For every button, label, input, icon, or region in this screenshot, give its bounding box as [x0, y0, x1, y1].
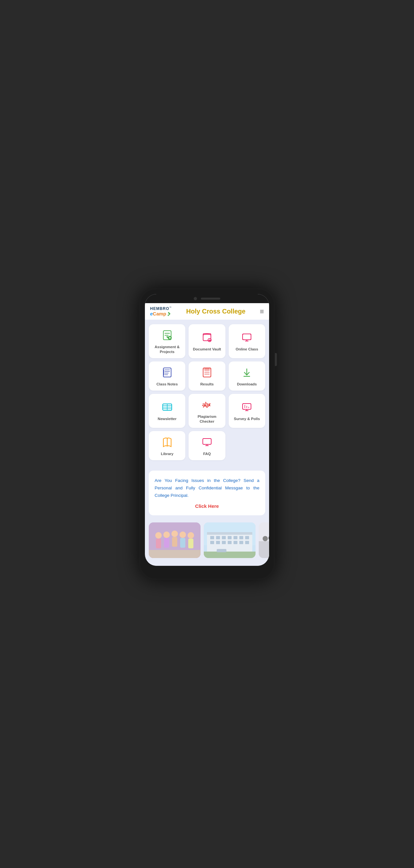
college-name: Holy Cross College [175, 308, 256, 315]
svg-rect-60 [149, 550, 201, 558]
building-image-svg [204, 522, 255, 558]
faq-icon [201, 436, 213, 449]
downloads-icon [241, 367, 252, 379]
side-button [275, 353, 277, 366]
svg-text:abc: abc [202, 401, 211, 407]
pencil-icon [167, 312, 171, 316]
survey-label: Survey & Polls [234, 416, 260, 422]
notch-bar [145, 294, 269, 303]
faq-label: FAQ [203, 452, 211, 456]
menu-item-assignment[interactable]: Assignment &Projects [149, 324, 185, 358]
svg-rect-72 [210, 541, 214, 544]
library-label: Library [161, 452, 173, 456]
menu-item-downloads[interactable]: Downloads [229, 362, 265, 391]
menu-item-online[interactable]: Online Class [229, 324, 265, 358]
svg-rect-68 [228, 536, 232, 539]
phone-screen: HEMBRO™ e Camp Holy Cross College ≡ [145, 294, 269, 566]
svg-point-54 [171, 530, 178, 537]
menu-row-1: Assignment &Projects [149, 324, 265, 358]
svg-rect-70 [239, 536, 243, 539]
notes-icon [162, 367, 173, 379]
assignment-icon [162, 330, 173, 342]
document-label: Document Vault [193, 347, 221, 352]
online-label: Online Class [236, 347, 258, 352]
survey-icon [241, 401, 252, 414]
svg-rect-75 [228, 541, 232, 544]
scroll-content: Assignment &Projects [145, 320, 269, 566]
powered-by-section: Powered By HEMBRO Infotech® [145, 563, 269, 566]
document-icon [201, 332, 213, 344]
menu-item-library[interactable]: Library [149, 431, 185, 460]
menu-row-2: Class Notes [149, 362, 265, 391]
menu-item-document[interactable]: Document Vault [188, 324, 225, 358]
svg-point-52 [163, 531, 170, 538]
svg-rect-74 [222, 541, 226, 544]
info-text: Are You Facing Issues in the College? Se… [154, 477, 260, 499]
people-image-svg [149, 522, 201, 558]
image-carousel[interactable] [145, 518, 269, 563]
svg-rect-77 [239, 541, 243, 544]
hamburger-menu[interactable]: ≡ [260, 307, 264, 316]
menu-item-notes[interactable]: Class Notes [149, 362, 185, 391]
carousel-image-3[interactable] [259, 522, 269, 558]
library-icon [162, 436, 173, 449]
menu-item-faq[interactable]: FAQ [188, 431, 225, 460]
svg-rect-79 [204, 552, 255, 558]
click-here-link[interactable]: Click Here [154, 503, 260, 509]
svg-point-39 [209, 404, 210, 405]
svg-rect-53 [164, 538, 169, 548]
menu-item-results[interactable]: Results [188, 362, 225, 391]
logo-camp-word: Camp [153, 311, 166, 316]
speaker-notch [201, 298, 220, 300]
plagiarism-icon: abc [201, 399, 213, 412]
svg-point-82 [263, 536, 268, 541]
svg-rect-14 [243, 334, 251, 340]
empty-cell [229, 431, 265, 460]
svg-point-58 [187, 532, 194, 538]
svg-rect-69 [234, 536, 237, 539]
downloads-label: Downloads [237, 382, 257, 387]
svg-rect-71 [245, 536, 249, 539]
menu-row-4: Library FAQ [149, 431, 265, 460]
svg-rect-57 [180, 538, 185, 548]
svg-rect-51 [156, 538, 161, 548]
menu-section: Assignment &Projects [145, 320, 269, 468]
carousel-image-2[interactable] [204, 522, 255, 558]
svg-rect-65 [210, 536, 214, 539]
notes-label: Class Notes [157, 382, 178, 387]
svg-rect-76 [234, 541, 237, 544]
svg-rect-64 [207, 532, 252, 535]
carousel-image-1[interactable] [149, 522, 201, 558]
svg-rect-17 [243, 334, 251, 340]
info-card: Are You Facing Issues in the College? Se… [149, 471, 265, 515]
svg-rect-46 [203, 438, 211, 444]
menu-item-plagiarism[interactable]: abc PlagiarismChecker [188, 394, 225, 428]
svg-rect-73 [216, 541, 220, 544]
svg-rect-67 [222, 536, 226, 539]
menu-item-newsletter[interactable]: Newsletter [149, 394, 185, 428]
svg-rect-80 [217, 549, 227, 552]
camera-notch [194, 297, 197, 300]
svg-rect-55 [172, 537, 177, 547]
svg-rect-88 [259, 541, 269, 558]
logo-e: e [150, 311, 153, 316]
newsletter-icon [162, 401, 173, 414]
svg-rect-18 [163, 368, 171, 377]
svg-point-50 [155, 532, 162, 538]
app-header: HEMBRO™ e Camp Holy Cross College ≡ [145, 303, 269, 320]
menu-row-3: Newsletter abc PlagiarismChecker [149, 394, 265, 428]
menu-item-survey[interactable]: Survey & Polls [229, 394, 265, 428]
logo-hembro-text: HEMBRO™ [150, 306, 172, 311]
logo-container: HEMBRO™ e Camp [150, 306, 172, 316]
assignment-label: Assignment &Projects [154, 345, 179, 354]
newsletter-label: Newsletter [158, 416, 177, 422]
online-icon [241, 332, 252, 344]
plagiarism-label: PlagiarismChecker [198, 414, 216, 424]
svg-point-56 [179, 531, 186, 538]
phone-frame: HEMBRO™ e Camp Holy Cross College ≡ [139, 288, 275, 580]
results-label: Results [200, 382, 214, 387]
results-icon [201, 367, 213, 379]
svg-rect-78 [245, 541, 249, 544]
svg-rect-66 [216, 536, 220, 539]
logo-camp-row: e Camp [150, 311, 172, 316]
